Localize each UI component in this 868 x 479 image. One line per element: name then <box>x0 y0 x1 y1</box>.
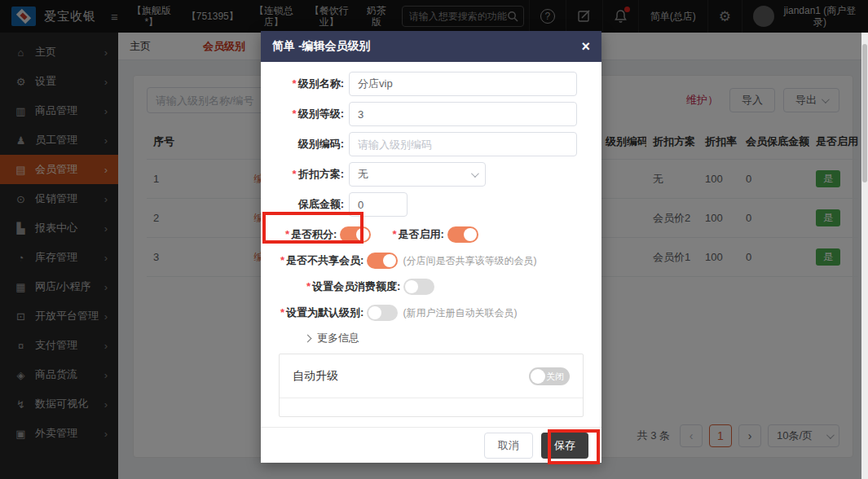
auto-upgrade-toggle[interactable]: 关闭 <box>529 367 570 385</box>
chevron-down-icon <box>471 169 479 178</box>
more-info-label: 更多信息 <box>317 331 359 345</box>
not-shared-hint: (分店间是否共享该等级的会员) <box>403 254 536 268</box>
quota-toggle-label: 设置会员消费额度: <box>312 280 400 292</box>
enabled-toggle[interactable] <box>447 226 478 243</box>
level-name-label: 级别名称: <box>298 77 344 90</box>
modal-footer: 取消 保存 <box>261 427 601 463</box>
discount-plan-select[interactable]: 无 <box>349 162 486 187</box>
required-asterisk: * <box>293 168 297 180</box>
level-grade-label: 级别等级: <box>298 108 344 120</box>
level-code-input[interactable] <box>349 132 577 156</box>
auto-upgrade-panel: 自动升级 关闭 <box>279 354 584 417</box>
modal-header: 简单 -编辑会员级别 × <box>261 31 601 62</box>
required-asterisk: * <box>293 108 297 120</box>
discount-plan-label: 折扣方案: <box>298 168 344 180</box>
points-toggle[interactable] <box>340 226 371 243</box>
edit-member-level-modal: 简单 -编辑会员级别 × *级别名称: *级别等级: 级别编码: *折扣方案: … <box>261 31 601 463</box>
modal-title: 简单 -编辑会员级别 <box>272 39 371 54</box>
more-info-expander[interactable]: 更多信息 <box>305 331 590 345</box>
default-level-hint: (新用户注册自动关联会员) <box>403 306 517 320</box>
default-level-toggle-label: 设置为默认级别: <box>286 306 364 319</box>
min-amount-label: 保底金额: <box>298 198 344 210</box>
level-grade-input[interactable] <box>349 102 577 126</box>
auto-upgrade-state: 关闭 <box>546 371 564 383</box>
enabled-toggle-label: 是否启用: <box>398 228 443 240</box>
close-icon[interactable]: × <box>581 39 590 54</box>
scrollbar-thumb[interactable] <box>862 44 867 182</box>
default-level-toggle[interactable] <box>367 305 398 321</box>
modal-body: *级别名称: *级别等级: 级别编码: *折扣方案: 无 保底金额: *是否积分… <box>261 62 601 427</box>
auto-upgrade-label: 自动升级 <box>293 369 338 384</box>
quota-toggle[interactable] <box>403 279 434 295</box>
chevron-right-icon <box>304 334 312 342</box>
not-shared-toggle[interactable] <box>367 253 398 269</box>
cancel-button[interactable]: 取消 <box>484 433 533 459</box>
points-toggle-label: 是否积分: <box>291 228 337 240</box>
save-button[interactable]: 保存 <box>541 433 588 459</box>
min-amount-input[interactable] <box>349 192 408 217</box>
not-shared-toggle-label: 是否不共享会员: <box>286 254 364 266</box>
required-asterisk: * <box>293 77 297 90</box>
scrollbar[interactable] <box>861 33 868 479</box>
level-code-label: 级别编码: <box>298 138 344 150</box>
level-name-input[interactable] <box>349 72 577 96</box>
